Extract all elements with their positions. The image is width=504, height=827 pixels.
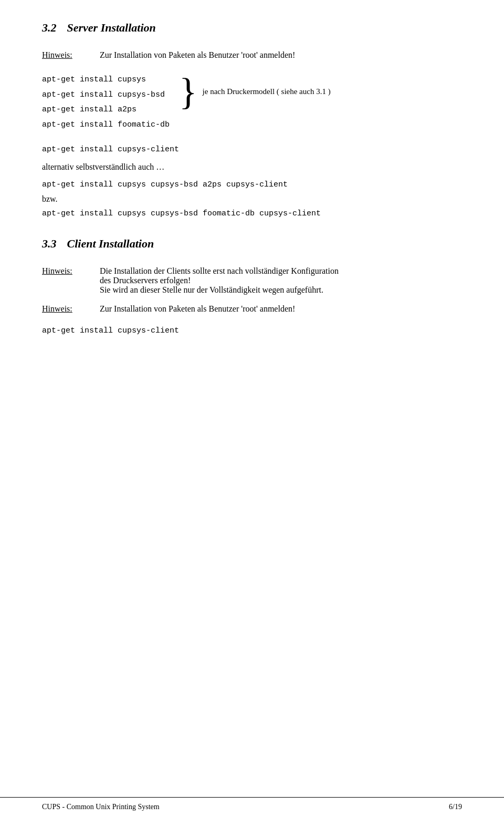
alternativ-text: alternativ selbstverständlich auch … — [42, 162, 462, 172]
install-group: apt-get install cupsys apt-get install c… — [42, 73, 462, 132]
combined-line-1: apt-get install cupsys cupsys-bsd a2ps c… — [42, 180, 462, 189]
hinweis-text-33-1-line2: des Druckservers erfolgen! — [100, 276, 339, 285]
hinweis-text-33-1: Die Installation der Clients sollte erst… — [100, 266, 339, 295]
hinweis-text-33-2: Zur Installation von Paketen als Benutze… — [100, 304, 295, 314]
hinweis-text-1: Zur Installation von Paketen als Benutze… — [100, 50, 295, 60]
brace-wrapper: } je nach Druckermodell ( siehe auch 3.1… — [179, 73, 331, 110]
section-33-hinweis2: Hinweis: Zur Installation von Paketen al… — [42, 304, 462, 314]
client-install-block: apt-get install cupsys-client — [42, 326, 462, 335]
hinweis-label-33-1: Hinweis: — [42, 266, 89, 295]
brace-label: je nach Druckermodell ( siehe auch 3.1 ) — [203, 87, 331, 96]
hinweis-label-33-2: Hinweis: — [42, 304, 89, 314]
big-brace-icon: } — [179, 73, 197, 110]
hinweis-text-33-1-line1: Die Installation der Clients sollte erst… — [100, 266, 339, 276]
client-install-line: apt-get install cupsys-client — [42, 326, 462, 335]
section-32-title: Server Installation — [67, 21, 156, 35]
install-line-1: apt-get install cupsys — [42, 73, 170, 88]
install-line-3: apt-get install a2ps — [42, 102, 170, 118]
section-33-title: Client Installation — [67, 237, 154, 251]
footer-right-text: 6/19 — [449, 803, 462, 811]
section-33-hinweis1: Hinweis: Die Installation der Clients so… — [42, 266, 462, 295]
section-33-heading: 3.3 Client Installation — [42, 237, 462, 251]
footer-left-text: CUPS - Common Unix Printing System — [42, 803, 160, 811]
hinweis-label-1: Hinweis: — [42, 50, 89, 60]
section-33-number: 3.3 — [42, 237, 57, 251]
hinweis-text-33-1-line3: Sie wird an dieser Stelle nur der Vollst… — [100, 285, 339, 295]
combined-line1-block: apt-get install cupsys cupsys-bsd a2ps c… — [42, 180, 462, 189]
section-32-hinweis1: Hinweis: Zur Installation von Paketen al… — [42, 50, 462, 60]
install-group-lines: apt-get install cupsys apt-get install c… — [42, 73, 170, 132]
combined-line2-block: apt-get install cupsys cupsys-bsd foomat… — [42, 209, 462, 218]
bzw-text: bzw. — [42, 194, 462, 204]
page-footer: CUPS - Common Unix Printing System 6/19 — [0, 797, 504, 811]
cupsys-client-block: apt-get install cupsys-client — [42, 145, 462, 154]
section-32-number: 3.2 — [42, 21, 57, 35]
combined-line-2: apt-get install cupsys cupsys-bsd foomat… — [42, 209, 462, 218]
install-line-2: apt-get install cupsys-bsd — [42, 88, 170, 103]
cupsys-client-line: apt-get install cupsys-client — [42, 145, 462, 154]
install-line-4: apt-get install foomatic-db — [42, 118, 170, 133]
section-32-heading: 3.2 Server Installation — [42, 21, 462, 35]
